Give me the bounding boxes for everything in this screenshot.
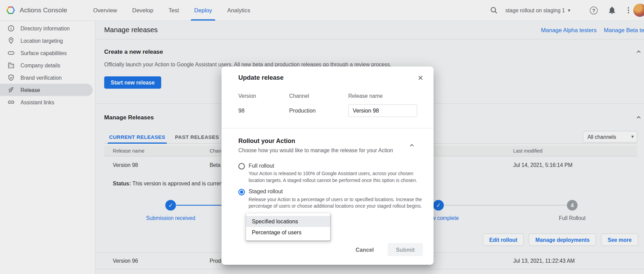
staged-rollout-label[interactable]: Staged rollout bbox=[249, 188, 283, 195]
divider bbox=[222, 128, 433, 128]
close-icon[interactable]: ✕ bbox=[415, 72, 426, 84]
rollout-section-subtitle: Choose how you would like to manage the … bbox=[238, 147, 393, 154]
release-name-label: Release name bbox=[348, 93, 383, 99]
staged-rollout-radio[interactable] bbox=[238, 189, 245, 195]
channel-value: Production bbox=[289, 107, 316, 114]
staged-rollout-description: Release your Action to a percentage of u… bbox=[249, 196, 422, 209]
release-name-input[interactable] bbox=[348, 104, 417, 117]
full-rollout-description: Your Action is released to 100% of Googl… bbox=[249, 170, 422, 183]
collapse-rollout-chevron-up-icon[interactable] bbox=[407, 140, 417, 150]
full-rollout-radio[interactable] bbox=[238, 163, 245, 169]
actions-console-window: Actions Console Overview Develop Test De… bbox=[0, 0, 644, 274]
menu-item-percentage-of-users[interactable]: Percentage of users bbox=[246, 227, 330, 238]
version-label: Version bbox=[238, 93, 256, 99]
full-rollout-label[interactable]: Full rollout bbox=[249, 162, 274, 169]
dialog-footer: Cancel Submit bbox=[353, 243, 423, 256]
rollout-type-menu: Specified locations Percentage of users bbox=[246, 213, 330, 240]
channel-label: Channel bbox=[289, 93, 309, 99]
rollout-section-title: Rollout your Action bbox=[238, 137, 295, 144]
cancel-button[interactable]: Cancel bbox=[353, 246, 376, 253]
close-glyph: ✕ bbox=[417, 74, 423, 82]
submit-button[interactable]: Submit bbox=[388, 243, 423, 256]
version-value: 98 bbox=[238, 107, 244, 114]
update-release-dialog: Update release ✕ Version Channel Release… bbox=[222, 66, 433, 265]
menu-item-specified-locations[interactable]: Specified locations bbox=[246, 216, 330, 227]
dialog-title: Update release bbox=[238, 74, 283, 81]
